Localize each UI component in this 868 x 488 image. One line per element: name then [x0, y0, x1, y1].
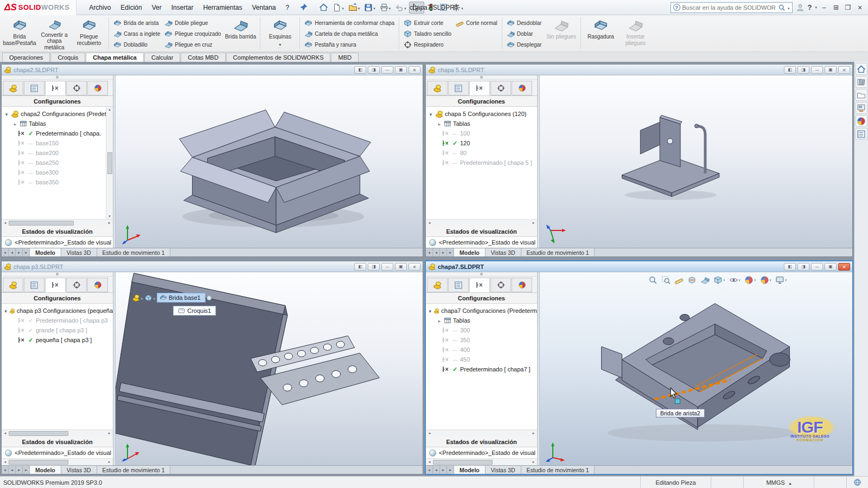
tab-operaciones[interactable]: Operaciones [2, 53, 50, 62]
tab-scroll-right[interactable] [16, 466, 23, 474]
config-item[interactable]: Predeterminado [ chapa. [2, 129, 113, 138]
tab-calcular[interactable]: Calcular [144, 53, 180, 62]
tab-croquis[interactable]: Croquis [50, 53, 85, 62]
file-properties-button[interactable] [438, 2, 449, 14]
tab-scroll-right[interactable] [440, 466, 447, 474]
doblar-button[interactable]: Doblar [505, 29, 544, 38]
brida-arista-button[interactable]: Brida de arista [111, 18, 162, 28]
doble-pliegue-button[interactable]: Doble pliegue [162, 18, 223, 28]
config-item[interactable]: 100 [426, 129, 537, 138]
panel-splitter[interactable] [426, 272, 537, 277]
brida-barrida-button[interactable]: Brida barrida [223, 16, 258, 50]
dimxpertmanager-tab[interactable] [66, 81, 87, 95]
viewport-chapa7[interactable]: Brida de arista2 IGF INSTITUTO GALEGO FO… [540, 272, 852, 465]
status-tags-icon[interactable] [846, 477, 868, 488]
featuremanager-tab[interactable] [3, 278, 23, 292]
displaymanager-tab[interactable] [87, 278, 108, 292]
pliegue-croquizado-button[interactable]: Pliegue croquizado [162, 29, 223, 38]
view-palette-icon[interactable] [856, 102, 867, 114]
tab-scroll-first[interactable] [426, 248, 433, 256]
save-button[interactable] [362, 2, 377, 14]
tab-modelo[interactable]: Modelo [454, 466, 486, 474]
tab-estudio-movimiento[interactable]: Estudio de movimiento 1 [521, 248, 595, 256]
config-item[interactable]: base250 [2, 158, 113, 168]
configurationmanager-tab[interactable] [45, 278, 66, 292]
config-item[interactable]: pequeña [ chapa p3 ] [2, 335, 113, 345]
tab-scroll-first[interactable] [2, 466, 9, 474]
part-chapa2-canvas[interactable] [116, 75, 423, 248]
tab-scroll-right[interactable] [16, 248, 23, 256]
propertymanager-tab[interactable] [24, 278, 44, 292]
tab-scroll-left[interactable] [433, 248, 440, 256]
tab-vistas-3d[interactable]: Vistas 3D [61, 248, 97, 256]
tree-horizontal-scrollbar[interactable] [426, 429, 537, 436]
config-item[interactable]: base150 [2, 138, 113, 148]
brida-base-button[interactable]: Brida base/Pestaña [2, 16, 37, 50]
search-scope-caret[interactable] [788, 4, 790, 11]
view-settings-icon[interactable] [775, 275, 787, 285]
solid-body-icon[interactable] [144, 294, 152, 302]
menu-ver[interactable]: Ver [147, 0, 167, 15]
tab-scroll-left[interactable] [433, 466, 440, 474]
tree-root[interactable]: chapa p3 Configuraciones (pequeña [2, 306, 113, 316]
tab-scroll-first[interactable] [426, 466, 433, 474]
config-item[interactable]: base200 [2, 148, 113, 158]
close-app-button[interactable] [856, 3, 864, 12]
select-tool-button[interactable] [409, 2, 425, 14]
appearances-scenes-icon[interactable] [856, 115, 867, 127]
display-style-icon[interactable] [729, 275, 741, 285]
display-state-item[interactable]: <Predeterminado>_Estado de visual [2, 447, 113, 458]
close-window-button[interactable] [409, 263, 420, 271]
respiradero-button[interactable]: Respiradero [401, 40, 454, 49]
tab-scroll-last[interactable] [447, 248, 454, 256]
tree-root[interactable]: chapa7 Configuraciones (Predeterm [426, 306, 537, 316]
rebuild-button[interactable] [425, 2, 437, 14]
minimize-window-button[interactable] [381, 66, 393, 74]
zoom-area-icon[interactable] [661, 275, 671, 285]
minimize-window-button[interactable] [811, 263, 823, 271]
tree-horizontal-scrollbar[interactable] [2, 219, 113, 226]
file-explorer-icon[interactable] [856, 89, 867, 101]
minimize-window-button[interactable] [381, 263, 393, 271]
config-item[interactable]: base300 [2, 168, 113, 177]
viewport-chapa2[interactable] [116, 75, 423, 248]
menu-edicion[interactable]: Edición [116, 0, 146, 15]
conformar-chapa-button[interactable]: Herramienta de conformar chapa [302, 18, 397, 28]
desdoblar-button[interactable]: Desdoblar [505, 18, 544, 28]
display-state-item[interactable]: <Predeterminado>_Estado de visual [426, 447, 537, 458]
panel-splitter[interactable] [2, 272, 113, 277]
tree-item-tablas[interactable]: Tablas [426, 316, 537, 325]
zoom-to-fit-icon[interactable] [648, 275, 658, 285]
tab-scroll-first[interactable] [2, 248, 9, 256]
displaymanager-tab[interactable] [512, 81, 532, 95]
config-item[interactable]: 450 [426, 355, 537, 364]
dobladillo-button[interactable]: Dobladillo [111, 40, 162, 49]
tree-root[interactable]: chapa2 Configuraciones (Predete [2, 109, 113, 119]
display-state-item[interactable]: <Predeterminado>_Estado de visual [426, 237, 537, 248]
propertymanager-tab[interactable] [448, 81, 469, 95]
open-button[interactable] [347, 2, 362, 14]
tab-vistas-3d[interactable]: Vistas 3D [486, 248, 521, 256]
search-input[interactable] [682, 4, 776, 11]
home-taskpane-icon[interactable] [856, 63, 867, 75]
minimize-app-button[interactable] [820, 4, 828, 11]
maximize-window-button[interactable] [825, 263, 837, 271]
tab-chapa-metalica[interactable]: Chapa metálica [86, 53, 144, 62]
extruir-corte-button[interactable]: Extruir corte [401, 18, 454, 28]
tab-complementos[interactable]: Complementos de SOLIDWORKS [226, 53, 331, 62]
tab-scroll-last[interactable] [23, 466, 30, 474]
tab-scroll-left[interactable] [9, 248, 16, 256]
window-chapa-p3-titlebar[interactable]: chapa p3.SLDPRT [2, 261, 423, 272]
tile-left-button[interactable] [784, 66, 796, 74]
featuremanager-tab[interactable] [427, 278, 448, 292]
custom-properties-icon[interactable] [856, 128, 867, 140]
caras-inglete-button[interactable]: Caras a inglete [111, 29, 162, 38]
featuremanager-tab[interactable] [3, 81, 23, 95]
propertymanager-tab[interactable] [448, 278, 469, 292]
config-item[interactable]: base350 [2, 177, 113, 187]
maximize-window-button[interactable] [825, 66, 837, 74]
view-orientation-icon[interactable] [713, 275, 725, 285]
config-item[interactable]: 80 [426, 148, 537, 158]
maximize-window-button[interactable] [395, 263, 407, 271]
close-window-button[interactable] [409, 66, 420, 74]
